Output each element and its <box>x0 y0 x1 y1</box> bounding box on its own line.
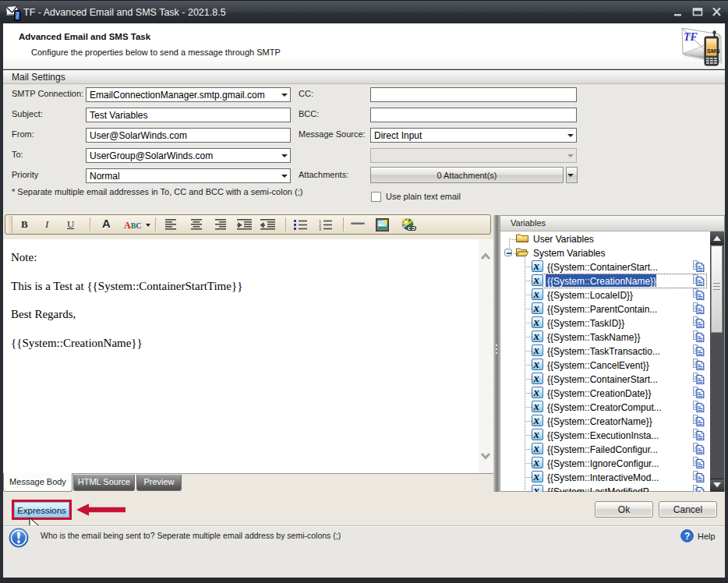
svg-text:SMS: SMS <box>707 48 720 55</box>
svg-text:TF: TF <box>684 31 698 43</box>
svg-text:3: 3 <box>319 227 321 231</box>
svg-text:?: ? <box>684 531 690 542</box>
